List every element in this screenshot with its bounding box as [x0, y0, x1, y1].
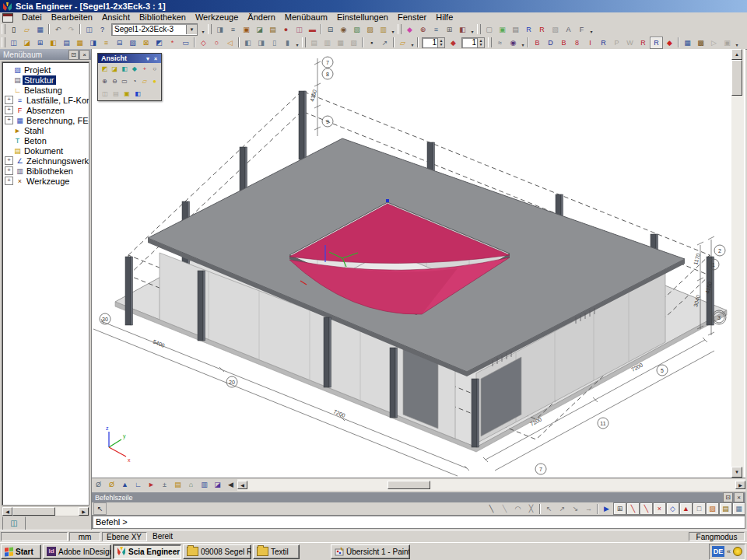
befehlszeile-caption[interactable]: Befehlszeile ⊡ ×: [92, 492, 745, 502]
rotate-view[interactable]: ○: [149, 64, 160, 75]
overflow-arrow[interactable]: ▾: [200, 29, 206, 36]
tree-item-struktur[interactable]: ▤Struktur: [2, 75, 89, 85]
toolbar-button[interactable]: ∟: [132, 478, 145, 491]
language-indicator[interactable]: DE: [712, 546, 724, 557]
task-indesign[interactable]: Id Adobe InDesign C...: [43, 544, 111, 559]
toolbar-button[interactable]: 8: [570, 37, 584, 49]
toolbar-button[interactable]: ≡: [100, 37, 113, 49]
toolbar-grip[interactable]: [2, 24, 5, 34]
overflow-arrow[interactable]: ▾: [520, 42, 526, 49]
scrollbar-thumb[interactable]: [388, 481, 430, 489]
menu-einstellungen[interactable]: Einstellungen: [332, 12, 393, 23]
toolbar-button[interactable]: Ø: [105, 478, 118, 491]
toolbar-button[interactable]: ◇: [197, 37, 210, 49]
menu-hilfe[interactable]: Hilfe: [431, 12, 458, 23]
toolbar-button[interactable]: ▲: [679, 502, 693, 515]
toolbar-button[interactable]: ╳: [524, 502, 538, 515]
tree-item-bibliotheken[interactable]: +▥Bibliotheken: [2, 166, 89, 176]
toolbar-button[interactable]: R: [637, 37, 650, 49]
scrollbar-thumb[interactable]: [12, 507, 55, 516]
tree-item-zeichnungswerkzeuge[interactable]: +∠Zeichnungswerkzeuge: [2, 156, 89, 166]
toolbar-button[interactable]: B: [557, 37, 570, 49]
tree-item-dokument[interactable]: ▤Dokument: [2, 145, 89, 156]
scroll-left-icon[interactable]: ◀: [2, 507, 12, 516]
menu-aendern[interactable]: Ändern: [243, 12, 279, 23]
sail-anchor-node[interactable]: [386, 199, 389, 202]
overflow-arrow[interactable]: ▾: [734, 42, 740, 49]
toolbar-button[interactable]: ↗: [556, 502, 569, 515]
toolbar-button[interactable]: ◪: [211, 478, 224, 491]
toolbar-button[interactable]: ▤: [171, 478, 184, 491]
toolbar-button[interactable]: ◆: [447, 37, 460, 49]
toolbar-button[interactable]: ▩: [694, 37, 707, 49]
overflow-arrow[interactable]: ▾: [409, 42, 416, 49]
toolbar-button[interactable]: ▦: [732, 502, 745, 515]
toolbar-button[interactable]: ▱: [396, 37, 409, 49]
chevron-down-icon[interactable]: ▼: [186, 25, 197, 34]
toolbar-button[interactable]: I: [584, 37, 597, 49]
toolbar-button[interactable]: ╲: [485, 502, 498, 515]
toolbar-button[interactable]: ▥: [377, 23, 390, 36]
split-window[interactable]: ◫: [82, 23, 96, 36]
toolbar-button[interactable]: ◩: [153, 37, 166, 49]
toolbar-button[interactable]: ▨: [363, 23, 377, 36]
new-window-view[interactable]: ◧: [132, 89, 143, 100]
toolbar-button[interactable]: ▤: [509, 23, 522, 36]
task-folder-textil[interactable]: Textil: [253, 544, 300, 559]
model-scene[interactable]: 5400 7200 7200 7200 1170 3040 4150 4150 …: [92, 49, 730, 478]
expand-icon[interactable]: +: [5, 177, 13, 185]
toolbar-button[interactable]: ⊞: [33, 37, 47, 49]
close-icon[interactable]: ×: [734, 492, 744, 502]
toolbar-button[interactable]: ▬: [306, 23, 319, 36]
toolbar-button[interactable]: ▤: [60, 37, 73, 49]
toolbar-button[interactable]: ●: [279, 23, 293, 36]
scroll-up-icon[interactable]: ▲: [731, 49, 742, 60]
model-viewport[interactable]: 5400 7200 7200 7200 1170 3040 4150 4150 …: [92, 49, 745, 478]
toolbar-button[interactable]: ◧: [241, 37, 254, 49]
toolbar-button[interactable]: ◆: [663, 37, 676, 49]
toolbar-button[interactable]: ↖: [542, 502, 556, 515]
toolbar-button[interactable]: ⊞: [613, 502, 626, 515]
expand-icon[interactable]: +: [5, 166, 13, 175]
toolbar-button[interactable]: ≡: [226, 23, 240, 36]
toolbar-button[interactable]: ○: [210, 37, 223, 49]
tree-item-berechnung[interactable]: +▦Berechnung, FE-Netz: [2, 115, 89, 125]
view-axo-4[interactable]: ◆: [129, 64, 139, 75]
toolbar-button[interactable]: ▪: [365, 37, 378, 49]
tree-item-projekt[interactable]: ▨Projekt: [2, 65, 89, 75]
toolbar-button[interactable]: ◨: [86, 37, 100, 49]
toolbar-button[interactable]: ⊟: [324, 23, 337, 36]
toolbar-button[interactable]: ╲: [498, 502, 511, 515]
update-shield-icon[interactable]: [733, 547, 742, 556]
toolbar-button[interactable]: ±: [158, 478, 171, 491]
toolbar-button[interactable]: ▧: [126, 37, 139, 49]
expand-icon[interactable]: +: [5, 96, 13, 104]
toolbar-grip[interactable]: [2, 37, 5, 47]
scroll-right-icon[interactable]: ▶: [79, 507, 89, 516]
tree-item-stahl[interactable]: ►Stahl: [2, 125, 89, 135]
toolbar-button[interactable]: *: [166, 37, 179, 49]
tree-item-belastung[interactable]: ∟Belastung: [2, 85, 89, 95]
toolbar-button[interactable]: ◆: [403, 23, 416, 36]
view-axo-1[interactable]: ◩: [100, 64, 110, 75]
snap-mode-button[interactable]: Fangmodus: [689, 532, 745, 541]
toolbar-button[interactable]: ⊠: [139, 37, 153, 49]
toolbar-button[interactable]: ◠: [511, 502, 524, 515]
clipboard-view[interactable]: ▣: [121, 89, 132, 100]
overflow-arrow[interactable]: ▾: [469, 29, 475, 36]
zoom-window[interactable]: ▭: [120, 76, 130, 87]
toolbar-button[interactable]: ◧: [456, 23, 469, 36]
expand-icon[interactable]: +: [5, 116, 13, 124]
new[interactable]: ▯: [7, 23, 20, 36]
toolbar-button[interactable]: ◪: [253, 23, 266, 36]
scroll-down-icon[interactable]: ▼: [731, 467, 742, 478]
toolbar-button[interactable]: ◇: [666, 502, 679, 515]
overflow-arrow[interactable]: ▾: [390, 29, 396, 36]
tree-item-beton[interactable]: TBeton: [2, 135, 89, 145]
toolbar-button[interactable]: ▦: [73, 37, 86, 49]
toolbar-grip[interactable]: [477, 24, 481, 34]
toolbar-button[interactable]: ⊞: [443, 23, 456, 36]
scrollbar-thumb[interactable]: [731, 60, 742, 96]
toolbar-button[interactable]: →: [582, 502, 595, 515]
toolbar-button[interactable]: ▤: [719, 502, 732, 515]
